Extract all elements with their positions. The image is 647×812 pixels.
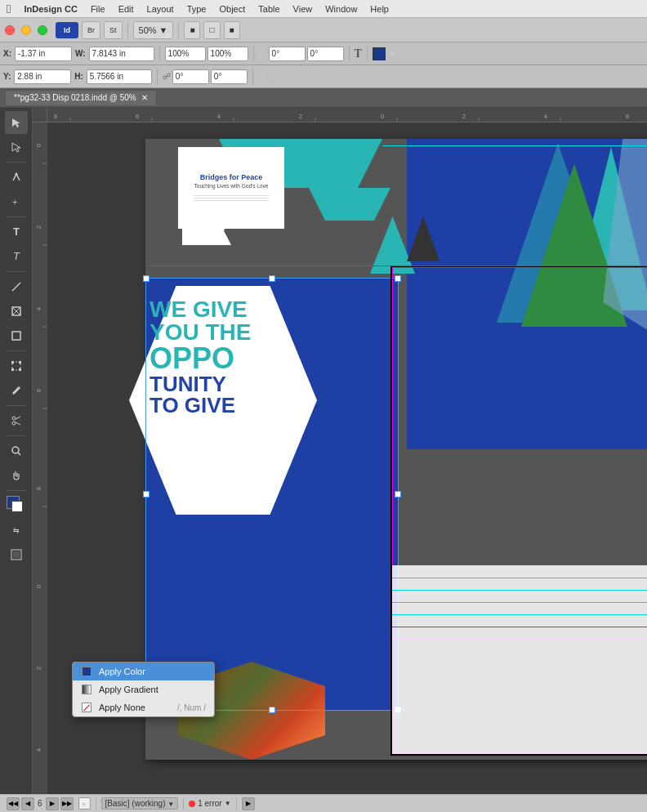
interior-cyan-1 [392,578,647,578]
rot-x-input[interactable] [269,47,306,61]
chevron-down-icon: ▼ [159,25,168,35]
view-options-btn[interactable]: ■ [184,21,200,39]
close-btn[interactable] [5,25,15,35]
tab-close-icon[interactable]: ✕ [141,93,148,102]
free-transform-tool[interactable] [5,355,28,377]
apple-menu[interactable]:  [7,2,11,16]
properties-bar-2: Y: H: ☍ ↔ ↕ [0,65,647,88]
document-tab[interactable]: * *pg32-33 Disp 0218.indd @ 50% ✕ [5,90,157,106]
tool-separator-2 [7,216,26,217]
page-mode-icon: ▸ [83,800,87,808]
hand-tool[interactable] [5,464,28,487]
x-input[interactable] [15,47,72,61]
svg-text:T: T [13,226,20,238]
cyan-guide-h1 [392,578,647,578]
status-bar: ◀◀ ◀ 6 ▶ ▶▶ ▸ [Basic] (working) ▼ 1 erro… [0,794,647,812]
menu-help[interactable]: Help [370,4,389,14]
zoom-tool[interactable] [5,439,28,462]
interior-cyan-3 [392,602,647,603]
interior-cyan-2 [392,590,647,591]
pen-tool[interactable] [5,166,28,189]
menu-layout[interactable]: Layout [147,4,174,14]
canvas-area: 8 6 4 2 0 2 4 6 0 [33,108,647,812]
svg-text:6: 6 [626,114,629,119]
vertical-type-tool[interactable]: T [5,245,28,268]
svg-text:8: 8 [36,487,42,490]
svg-text:2: 2 [462,114,466,119]
shear-x-input[interactable] [172,69,209,84]
br-button[interactable]: Br [82,21,100,39]
eyedropper-tool[interactable] [5,379,28,402]
toolbar: Id Br St 50% ▼ ■ □ ■ [0,18,647,42]
svg-text:4: 4 [36,307,42,310]
gradient-square-icon [81,684,92,695]
error-status[interactable]: 1 error ▼ [189,799,230,808]
add-anchor-tool[interactable]: + [5,190,28,213]
page-mode-btn[interactable]: ▸ [78,797,91,810]
tab-bar: * *pg32-33 Disp 0218.indd @ 50% ✕ [0,88,647,108]
svg-point-15 [12,422,16,425]
menu-type[interactable]: Type [187,4,207,14]
h-input[interactable] [87,69,152,84]
controls-btn[interactable]: ■ [224,21,240,39]
rectangle-tool[interactable] [5,324,28,347]
tool-separator-1 [7,162,26,163]
flip-h-icon[interactable]: ↔ [258,72,267,82]
apply-none-item[interactable]: Apply None /, Num / [73,698,214,716]
rotate-icon: ↻ [259,48,267,60]
document-canvas: Bridges for Peace Touching Lives with Go… [47,123,647,797]
teal-small-shape [309,188,390,221]
menu-object[interactable]: Object [219,4,245,14]
ruler-corner [33,108,47,123]
frame-btn[interactable]: □ [203,21,220,39]
svg-line-19 [18,453,20,455]
prev-page-btn[interactable]: ◀ [21,797,34,810]
next-page-btn[interactable]: ▶ [46,797,59,810]
view-mode-btn[interactable] [5,543,28,566]
y-input[interactable] [14,69,71,84]
maximize-btn[interactable] [38,25,47,35]
y-label: Y: [3,72,11,81]
ruler-horizontal: 8 6 4 2 0 2 4 6 [47,108,647,123]
logo-lines [194,194,268,203]
context-menu: Apply Color Apply Gradient Apply None /,… [72,662,215,717]
status-mode-dropdown[interactable]: [Basic] (working) ▼ [101,797,179,810]
last-page-btn[interactable]: ▶▶ [60,797,74,810]
rectangle-frame-tool[interactable] [5,300,28,323]
svg-point-18 [12,447,19,453]
stroke-color-swatch[interactable] [11,501,23,512]
flip-v-icon[interactable]: ↕ [269,72,274,82]
scale-x-input[interactable] [165,47,206,61]
swap-colors-btn[interactable]: ⇆ [5,519,28,542]
zoom-select[interactable]: 50% ▼ [133,21,174,39]
first-page-btn[interactable]: ◀◀ [7,797,20,810]
apply-gradient-label: Apply Gradient [99,685,158,694]
st-button[interactable]: St [104,21,123,39]
scale-controls [165,47,248,61]
rot-y-input[interactable] [307,47,344,61]
shear-y-input[interactable] [211,69,248,84]
selection-tool[interactable] [5,111,28,134]
apply-gradient-item[interactable]: Apply Gradient [73,680,214,698]
svg-text:2: 2 [299,114,302,119]
svg-text:2: 2 [36,667,42,670]
w-input[interactable] [89,47,154,61]
line-tool[interactable] [5,275,28,298]
text-we-give: WE GIVE [149,298,337,321]
scissors-tool[interactable] [5,409,28,432]
menu-file[interactable]: File [91,4,105,14]
direct-selection-tool[interactable] [5,136,28,158]
tab-label: *pg32-33 Disp 0218.indd @ 50% [17,93,136,102]
type-tool[interactable]: T [5,221,28,243]
menu-view[interactable]: View [293,4,313,14]
minimize-btn[interactable] [21,25,31,35]
svg-text:4: 4 [544,114,547,119]
menu-edit[interactable]: Edit [118,4,134,14]
ruler-vertical: 0 2 4 6 8 0 2 4 [33,123,47,812]
menu-window[interactable]: Window [325,4,357,14]
menu-table[interactable]: Table [258,4,279,14]
svg-text:4: 4 [217,114,221,119]
apply-color-item[interactable]: Apply Color [73,663,214,680]
scale-y-input[interactable] [207,47,248,61]
status-action-btn[interactable]: ▶ [242,797,255,810]
